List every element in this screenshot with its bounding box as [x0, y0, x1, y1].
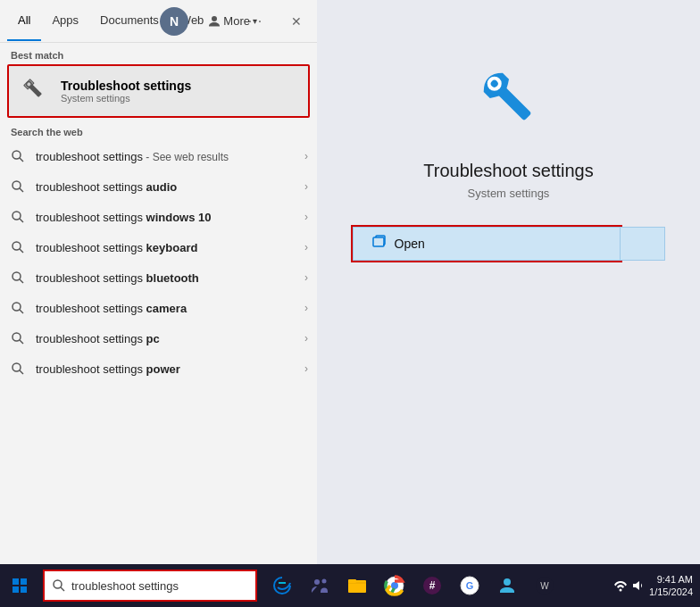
- taskbar-apps: # G W: [264, 568, 562, 603]
- svg-rect-26: [21, 578, 27, 585]
- search-icon-4: [9, 269, 27, 287]
- chevron-right-2: ›: [304, 211, 308, 223]
- search-panel: All Apps Documents Web More ▾ N ··· ✕: [0, 0, 317, 571]
- svg-point-17: [12, 333, 21, 341]
- chevron-right-3: ›: [304, 241, 308, 254]
- result-text-6: troubleshoot settings pc: [36, 332, 301, 345]
- svg-rect-27: [12, 586, 19, 593]
- chevron-right-5: ›: [304, 302, 308, 314]
- person-icon-button[interactable]: [194, 0, 235, 43]
- best-match-label: Best match: [0, 43, 317, 64]
- taskbar-search-bar[interactable]: troubleshoot settings: [43, 570, 257, 602]
- result-item-3[interactable]: troubleshoot settings keyboard ›: [0, 232, 317, 262]
- search-icon-1: [9, 178, 27, 195]
- search-icon-2: [9, 208, 27, 226]
- best-match-item[interactable]: Troubleshoot settings System settings: [7, 64, 310, 118]
- result-item-5[interactable]: troubleshoot settings camera ›: [0, 293, 317, 323]
- svg-line-30: [61, 587, 64, 591]
- svg-point-15: [12, 303, 21, 311]
- taskbar-search-icon: [52, 578, 66, 593]
- svg-point-32: [322, 579, 327, 584]
- result-item-2[interactable]: troubleshoot settings windows 10 ›: [0, 202, 317, 232]
- volume-icon: [631, 578, 646, 593]
- result-item-1[interactable]: troubleshoot settings audio ›: [0, 171, 317, 202]
- user-avatar[interactable]: N: [160, 7, 188, 36]
- svg-point-11: [12, 242, 21, 250]
- best-match-subtitle: System settings: [61, 93, 297, 104]
- svg-point-31: [314, 579, 320, 585]
- window-controls: N ··· ✕: [154, 0, 317, 43]
- search-icon-0: [9, 147, 27, 165]
- result-text-5: troubleshoot settings camera: [36, 302, 301, 315]
- svg-point-43: [620, 589, 622, 592]
- detail-subtitle: System settings: [468, 187, 550, 200]
- svg-point-36: [391, 582, 398, 589]
- tab-apps[interactable]: Apps: [41, 1, 89, 41]
- start-button[interactable]: [0, 568, 39, 603]
- svg-point-9: [12, 212, 21, 220]
- result-text-2: troubleshoot settings windows 10: [36, 211, 301, 224]
- svg-line-10: [20, 219, 23, 222]
- svg-line-16: [20, 310, 23, 313]
- svg-line-18: [20, 340, 23, 344]
- svg-point-13: [12, 272, 21, 280]
- detail-title: Troubleshoot settings: [423, 161, 593, 181]
- ellipsis-button[interactable]: ···: [235, 0, 276, 43]
- best-match-text: Troubleshoot settings System settings: [61, 79, 297, 104]
- taskbar-teams[interactable]: [302, 568, 338, 603]
- right-panel: Troubleshoot settings System settings Op…: [317, 0, 700, 571]
- result-text-1: troubleshoot settings audio: [36, 180, 301, 194]
- svg-rect-28: [21, 586, 27, 593]
- svg-line-20: [20, 370, 23, 374]
- tabs-bar: All Apps Documents Web More ▾ N ··· ✕: [0, 0, 317, 43]
- taskbar: troubleshoot settings: [0, 564, 700, 607]
- web-section-label: Search the web: [0, 118, 317, 141]
- result-item-7[interactable]: troubleshoot settings power ›: [0, 353, 317, 384]
- tab-all[interactable]: All: [7, 1, 41, 41]
- close-button[interactable]: ✕: [276, 0, 317, 43]
- detail-wrench-icon: [464, 54, 554, 143]
- clock: 9:41 AM 1/15/2024: [649, 573, 693, 599]
- taskbar-chrome[interactable]: [377, 568, 412, 603]
- open-button-dropdown[interactable]: [621, 227, 665, 261]
- svg-text:W: W: [540, 581, 549, 591]
- open-button[interactable]: Open: [353, 227, 621, 261]
- chevron-right-4: ›: [304, 271, 308, 284]
- svg-rect-24: [373, 237, 384, 246]
- svg-line-14: [20, 279, 23, 283]
- web-results-list: troubleshoot settings - See web results …: [0, 141, 317, 384]
- svg-point-7: [12, 181, 21, 189]
- best-match-title: Troubleshoot settings: [61, 79, 297, 93]
- chevron-right-0: ›: [304, 150, 308, 162]
- svg-line-8: [20, 188, 23, 192]
- taskbar-search-text: troubleshoot settings: [71, 579, 179, 593]
- taskbar-slack[interactable]: #: [414, 568, 450, 603]
- search-icon-6: [9, 329, 27, 347]
- result-item-6[interactable]: troubleshoot settings pc ›: [0, 323, 317, 353]
- svg-text:#: #: [429, 579, 436, 592]
- taskbar-edge[interactable]: [264, 568, 300, 603]
- svg-rect-34: [348, 579, 356, 583]
- chevron-right-6: ›: [304, 332, 308, 345]
- svg-point-29: [54, 580, 62, 588]
- result-text-0: troubleshoot settings - See web results: [36, 150, 301, 163]
- chevron-right-1: ›: [304, 180, 308, 193]
- search-icon-3: [9, 238, 27, 256]
- svg-point-19: [12, 363, 21, 371]
- search-icon-7: [9, 360, 27, 378]
- svg-point-5: [12, 151, 21, 159]
- taskbar-google[interactable]: G: [452, 568, 488, 603]
- taskbar-right: 9:41 AM 1/15/2024: [613, 573, 700, 599]
- network-icon: [613, 578, 628, 593]
- svg-line-12: [20, 249, 23, 253]
- result-text-3: troubleshoot settings keyboard: [36, 241, 301, 254]
- result-text-4: troubleshoot settings bluetooth: [36, 271, 301, 285]
- taskbar-explorer[interactable]: [339, 568, 375, 603]
- chevron-right-7: ›: [304, 362, 308, 375]
- result-item-4[interactable]: troubleshoot settings bluetooth ›: [0, 262, 317, 293]
- result-item-0[interactable]: troubleshoot settings - See web results …: [0, 141, 317, 171]
- taskbar-meet[interactable]: [489, 568, 525, 603]
- result-text-7: troubleshoot settings power: [36, 362, 301, 376]
- svg-text:G: G: [466, 580, 474, 591]
- taskbar-settings[interactable]: W: [527, 568, 562, 603]
